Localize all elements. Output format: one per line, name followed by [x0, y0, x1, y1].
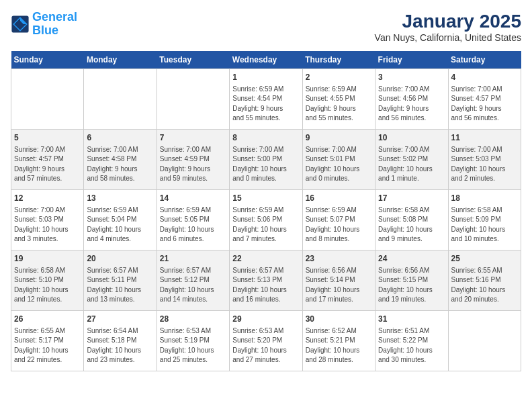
calendar-cell: 22Sunrise: 6:57 AMSunset: 5:13 PMDayligh…: [230, 250, 302, 311]
day-info: Sunrise: 7:00 AMSunset: 4:57 PMDaylight:…: [451, 85, 518, 124]
header-saturday: Saturday: [448, 51, 521, 69]
calendar-row-0: 1Sunrise: 6:59 AMSunset: 4:54 PMDaylight…: [11, 69, 521, 130]
calendar-cell: 4Sunrise: 7:00 AMSunset: 4:57 PMDaylight…: [448, 69, 521, 130]
calendar-cell: 25Sunrise: 6:55 AMSunset: 5:16 PMDayligh…: [448, 250, 521, 311]
calendar-cell: [84, 69, 157, 130]
day-number: 24: [378, 253, 445, 265]
day-info: Sunrise: 6:59 AMSunset: 5:05 PMDaylight:…: [160, 205, 226, 244]
day-number: 7: [160, 132, 226, 144]
day-number: 13: [87, 193, 153, 204]
day-info: Sunrise: 6:57 AMSunset: 5:12 PMDaylight:…: [160, 266, 226, 305]
day-number: 16: [306, 193, 372, 204]
day-number: 9: [306, 132, 372, 144]
day-info: Sunrise: 7:00 AMSunset: 5:03 PMDaylight:…: [14, 205, 81, 244]
calendar-cell: 15Sunrise: 6:59 AMSunset: 5:06 PMDayligh…: [230, 190, 302, 250]
header-tuesday: Tuesday: [157, 51, 229, 69]
day-number: 14: [160, 193, 226, 204]
day-info: Sunrise: 6:54 AMSunset: 5:18 PMDaylight:…: [87, 326, 153, 365]
calendar-cell: 21Sunrise: 6:57 AMSunset: 5:12 PMDayligh…: [157, 250, 229, 311]
calendar-cell: 31Sunrise: 6:51 AMSunset: 5:22 PMDayligh…: [375, 311, 448, 371]
title-block: January 2025 Van Nuys, California, Unite…: [375, 11, 521, 43]
day-number: 3: [378, 72, 445, 83]
header-monday: Monday: [84, 51, 157, 69]
calendar-table: SundayMondayTuesdayWednesdayThursdayFrid…: [11, 51, 521, 371]
day-info: Sunrise: 6:53 AMSunset: 5:20 PMDaylight:…: [232, 326, 299, 365]
calendar-cell: 28Sunrise: 6:53 AMSunset: 5:19 PMDayligh…: [157, 311, 229, 371]
logo-blue: Blue: [32, 24, 58, 37]
day-info: Sunrise: 6:57 AMSunset: 5:11 PMDaylight:…: [87, 266, 153, 305]
day-number: 19: [14, 253, 81, 265]
day-number: 6: [87, 132, 153, 144]
calendar-cell: 16Sunrise: 6:59 AMSunset: 5:07 PMDayligh…: [302, 190, 375, 250]
day-number: 18: [451, 193, 518, 204]
day-number: 26: [14, 314, 81, 325]
calendar-cell: 9Sunrise: 7:00 AMSunset: 5:01 PMDaylight…: [302, 130, 375, 190]
day-info: Sunrise: 6:59 AMSunset: 5:06 PMDaylight:…: [232, 205, 299, 244]
calendar-cell: 13Sunrise: 6:59 AMSunset: 5:04 PMDayligh…: [84, 190, 157, 250]
calendar-row-4: 26Sunrise: 6:55 AMSunset: 5:17 PMDayligh…: [11, 311, 521, 371]
day-info: Sunrise: 7:00 AMSunset: 4:59 PMDaylight:…: [160, 145, 226, 184]
header-wednesday: Wednesday: [230, 51, 302, 69]
logo: General Blue: [11, 11, 77, 38]
calendar-row-2: 12Sunrise: 7:00 AMSunset: 5:03 PMDayligh…: [11, 190, 521, 250]
day-number: 10: [378, 132, 445, 144]
day-info: Sunrise: 7:00 AMSunset: 5:01 PMDaylight:…: [306, 145, 372, 184]
day-info: Sunrise: 6:55 AMSunset: 5:17 PMDaylight:…: [14, 326, 81, 365]
calendar-cell: 6Sunrise: 7:00 AMSunset: 4:58 PMDaylight…: [84, 130, 157, 190]
day-number: 30: [306, 314, 372, 325]
day-number: 8: [232, 132, 299, 144]
calendar-cell: 5Sunrise: 7:00 AMSunset: 4:57 PMDaylight…: [11, 130, 84, 190]
day-info: Sunrise: 6:56 AMSunset: 5:15 PMDaylight:…: [378, 266, 445, 305]
day-number: 12: [14, 193, 81, 204]
calendar-cell: 23Sunrise: 6:56 AMSunset: 5:14 PMDayligh…: [302, 250, 375, 311]
day-info: Sunrise: 6:58 AMSunset: 5:08 PMDaylight:…: [378, 205, 445, 244]
header-friday: Friday: [375, 51, 448, 69]
page-title: January 2025: [375, 11, 521, 32]
calendar-cell: [448, 311, 521, 371]
header-row: SundayMondayTuesdayWednesdayThursdayFrid…: [11, 51, 521, 69]
calendar-cell: 30Sunrise: 6:52 AMSunset: 5:21 PMDayligh…: [302, 311, 375, 371]
day-info: Sunrise: 7:00 AMSunset: 5:03 PMDaylight:…: [451, 145, 518, 184]
calendar-cell: 8Sunrise: 7:00 AMSunset: 5:00 PMDaylight…: [230, 130, 302, 190]
calendar-cell: 26Sunrise: 6:55 AMSunset: 5:17 PMDayligh…: [11, 311, 84, 371]
calendar-cell: 14Sunrise: 6:59 AMSunset: 5:05 PMDayligh…: [157, 190, 229, 250]
day-info: Sunrise: 6:55 AMSunset: 5:16 PMDaylight:…: [451, 266, 518, 305]
day-number: 23: [306, 253, 372, 265]
day-info: Sunrise: 6:52 AMSunset: 5:21 PMDaylight:…: [306, 326, 372, 365]
day-number: 25: [451, 253, 518, 265]
day-info: Sunrise: 7:00 AMSunset: 4:58 PMDaylight:…: [87, 145, 153, 184]
day-number: 28: [160, 314, 226, 325]
calendar-row-1: 5Sunrise: 7:00 AMSunset: 4:57 PMDaylight…: [11, 130, 521, 190]
calendar-cell: 2Sunrise: 6:59 AMSunset: 4:55 PMDaylight…: [302, 69, 375, 130]
logo-general: General: [32, 10, 77, 24]
day-info: Sunrise: 6:51 AMSunset: 5:22 PMDaylight:…: [378, 326, 445, 365]
calendar-cell: 7Sunrise: 7:00 AMSunset: 4:59 PMDaylight…: [157, 130, 229, 190]
day-info: Sunrise: 6:57 AMSunset: 5:13 PMDaylight:…: [232, 266, 299, 305]
calendar-cell: 1Sunrise: 6:59 AMSunset: 4:54 PMDaylight…: [230, 69, 302, 130]
day-info: Sunrise: 6:56 AMSunset: 5:14 PMDaylight:…: [306, 266, 372, 305]
calendar-cell: 24Sunrise: 6:56 AMSunset: 5:15 PMDayligh…: [375, 250, 448, 311]
calendar-row-3: 19Sunrise: 6:58 AMSunset: 5:10 PMDayligh…: [11, 250, 521, 311]
day-info: Sunrise: 6:58 AMSunset: 5:10 PMDaylight:…: [14, 266, 81, 305]
day-number: 17: [378, 193, 445, 204]
day-info: Sunrise: 6:59 AMSunset: 5:07 PMDaylight:…: [306, 205, 372, 244]
calendar-cell: 19Sunrise: 6:58 AMSunset: 5:10 PMDayligh…: [11, 250, 84, 311]
day-info: Sunrise: 6:59 AMSunset: 5:04 PMDaylight:…: [87, 205, 153, 244]
day-info: Sunrise: 7:00 AMSunset: 4:56 PMDaylight:…: [378, 85, 445, 124]
day-number: 4: [451, 72, 518, 83]
calendar-cell: 3Sunrise: 7:00 AMSunset: 4:56 PMDaylight…: [375, 69, 448, 130]
calendar-cell: 12Sunrise: 7:00 AMSunset: 5:03 PMDayligh…: [11, 190, 84, 250]
day-number: 29: [232, 314, 299, 325]
day-info: Sunrise: 6:58 AMSunset: 5:09 PMDaylight:…: [451, 205, 518, 244]
calendar-cell: 10Sunrise: 7:00 AMSunset: 5:02 PMDayligh…: [375, 130, 448, 190]
day-info: Sunrise: 7:00 AMSunset: 4:57 PMDaylight:…: [14, 145, 81, 184]
page-subtitle: Van Nuys, California, United States: [375, 32, 521, 43]
calendar-cell: 18Sunrise: 6:58 AMSunset: 5:09 PMDayligh…: [448, 190, 521, 250]
calendar-cell: [157, 69, 229, 130]
calendar-cell: 27Sunrise: 6:54 AMSunset: 5:18 PMDayligh…: [84, 311, 157, 371]
page-header: General Blue January 2025 Van Nuys, Cali…: [11, 11, 521, 43]
day-info: Sunrise: 6:59 AMSunset: 4:55 PMDaylight:…: [306, 85, 372, 124]
day-info: Sunrise: 7:00 AMSunset: 5:02 PMDaylight:…: [378, 145, 445, 184]
day-number: 21: [160, 253, 226, 265]
calendar-header: SundayMondayTuesdayWednesdayThursdayFrid…: [11, 51, 521, 69]
